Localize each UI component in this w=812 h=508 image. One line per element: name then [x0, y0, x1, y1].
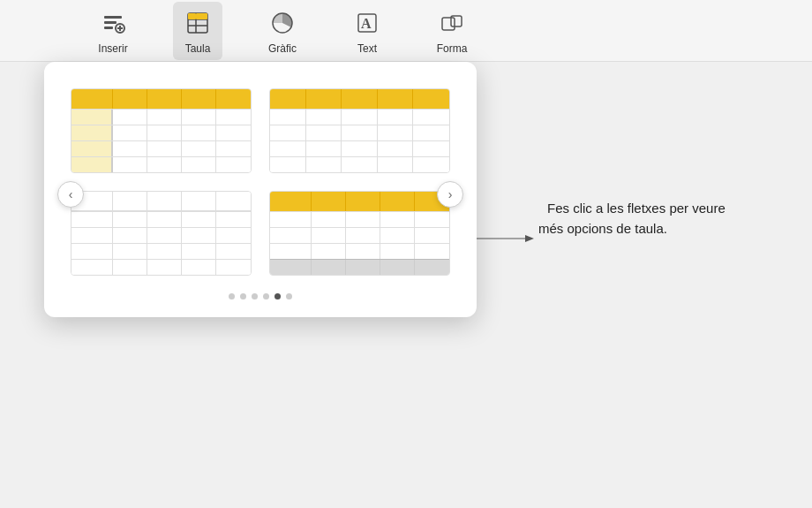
toolbar-item-forma[interactable]: Forma: [427, 2, 477, 60]
table-style-1[interactable]: [71, 88, 252, 173]
dot-1[interactable]: [229, 293, 235, 299]
toolbar-item-inserir[interactable]: Inserir: [88, 2, 138, 60]
toolbar-item-grafic[interactable]: Gràfic: [258, 2, 307, 60]
table-picker-dropdown: ‹ ›: [44, 62, 477, 317]
svg-marker-18: [525, 235, 534, 242]
callout-text: Fes clic a les fletxes per veure més opc…: [538, 201, 726, 236]
shape-icon: [436, 7, 468, 39]
svg-rect-15: [442, 18, 455, 30]
right-chevron-icon: ›: [448, 187, 453, 201]
dot-2[interactable]: [240, 293, 246, 299]
next-arrow[interactable]: ›: [437, 181, 463, 208]
toolbar-item-forma-label: Forma: [437, 42, 468, 55]
table-icon: [182, 7, 214, 39]
dot-4[interactable]: [263, 293, 269, 299]
connector-line: [468, 230, 538, 247]
dot-5[interactable]: [274, 293, 281, 299]
insert-icon: [97, 7, 129, 39]
toolbar-item-inserir-label: Inserir: [98, 42, 127, 55]
svg-rect-1: [104, 21, 117, 24]
dot-6[interactable]: [286, 293, 292, 299]
svg-rect-11: [196, 13, 207, 19]
table-style-grid: [71, 88, 450, 276]
text-icon: A: [351, 7, 383, 39]
toolbar: Inserir Taula Gràfic: [0, 0, 812, 62]
table-style-3[interactable]: [71, 191, 252, 276]
prev-arrow[interactable]: ‹: [57, 181, 84, 208]
chart-icon: [267, 7, 298, 39]
toolbar-item-text[interactable]: A Text: [342, 2, 392, 60]
toolbar-item-taula[interactable]: Taula: [173, 2, 222, 60]
svg-text:A: A: [361, 16, 372, 31]
table-style-4[interactable]: [269, 191, 450, 276]
toolbar-item-grafic-label: Gràfic: [268, 42, 297, 55]
svg-rect-2: [104, 27, 113, 29]
dot-3[interactable]: [252, 293, 258, 299]
left-chevron-icon: ‹: [69, 187, 73, 201]
toolbar-item-text-label: Text: [357, 42, 377, 55]
toolbar-item-taula-label: Taula: [185, 42, 211, 55]
pagination-dots: [71, 293, 450, 299]
table-style-2[interactable]: [269, 88, 450, 173]
svg-rect-0: [104, 16, 122, 19]
callout: Fes clic a les fletxes per veure més opc…: [538, 199, 733, 239]
svg-rect-10: [188, 13, 196, 19]
